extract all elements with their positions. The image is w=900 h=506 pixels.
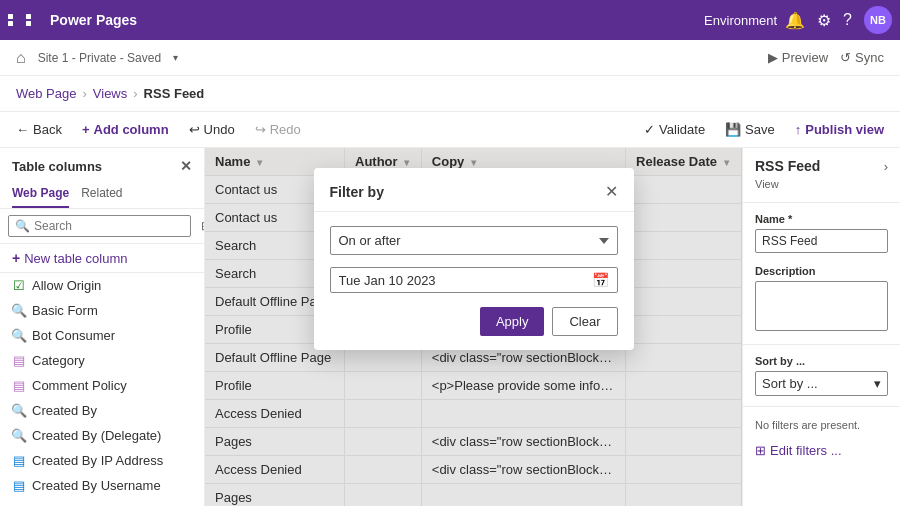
sidebar-item-comment-policy[interactable]: ▤ Comment Policy — [0, 373, 204, 398]
sidebar-item-bot-consumer[interactable]: 🔍 Bot Consumer — [0, 323, 204, 348]
publish-icon: ↑ — [795, 122, 802, 137]
dialog-overlay: Filter by ✕ On or after On or before Equ… — [205, 148, 742, 506]
save-button[interactable]: 💾 Save — [717, 118, 783, 141]
site-chevron-icon[interactable]: ▾ — [173, 52, 178, 63]
second-bar: ⌂ Site 1 - Private - Saved ▾ ▶ Preview ↺… — [0, 40, 900, 76]
name-field: Name * — [743, 207, 900, 259]
sync-icon: ↺ — [840, 50, 851, 65]
dialog-footer: Apply Clear — [330, 307, 618, 336]
no-filters-text: No filters are present. — [743, 411, 900, 439]
main-content: Name ▾ Author ▾ Copy ▾ Release Date ▾ Co… — [205, 148, 742, 506]
redo-button[interactable]: ↪ Redo — [247, 118, 309, 141]
sidebar-item-list: ☑ Allow Origin 🔍 Basic Form 🔍 Bot Consum… — [0, 273, 204, 506]
avatar[interactable]: NB — [864, 6, 892, 34]
sidebar-close-icon[interactable]: ✕ — [180, 158, 192, 174]
right-panel-subtitle: View — [743, 178, 900, 198]
sidebar-item-basic-form[interactable]: 🔍 Basic Form — [0, 298, 204, 323]
edit-filters-button[interactable]: ⊞ Edit filters ... — [743, 439, 900, 462]
text-icon: 🔍 — [12, 329, 26, 343]
filter-dialog: Filter by ✕ On or after On or before Equ… — [314, 168, 634, 350]
sort-by-value: Sort by ... — [762, 376, 818, 391]
search-input[interactable] — [34, 219, 184, 233]
description-field: Description — [743, 259, 900, 340]
undo-icon: ↩ — [189, 122, 200, 137]
right-panel: RSS Feed › View Name * Description Sort … — [742, 148, 900, 506]
site-label: Site 1 - Private - Saved — [38, 51, 161, 65]
sidebar-item-category[interactable]: ▤ Category — [0, 348, 204, 373]
name-field-input[interactable] — [755, 229, 888, 253]
date-input[interactable] — [339, 273, 592, 288]
tab-related[interactable]: Related — [81, 180, 122, 208]
help-icon[interactable]: ? — [843, 11, 852, 29]
breadcrumb-sep-1: › — [82, 86, 86, 101]
sidebar-item-created-by-username[interactable]: ▤ Created By Username — [0, 473, 204, 498]
redo-icon: ↪ — [255, 122, 266, 137]
divider-3 — [743, 406, 900, 407]
breadcrumb-web-page[interactable]: Web Page — [16, 86, 76, 101]
preview-icon: ▶ — [768, 50, 778, 65]
right-panel-chevron-icon[interactable]: › — [884, 159, 888, 174]
sidebar-header: Table columns ✕ — [0, 148, 204, 180]
sort-by-dropdown[interactable]: Sort by ... ▾ — [755, 371, 888, 396]
sort-by-chevron-icon: ▾ — [874, 376, 881, 391]
filter-icon: ⊞ — [755, 443, 766, 458]
divider-2 — [743, 344, 900, 345]
dialog-body: On or after On or before Equals Before A… — [314, 212, 634, 350]
right-panel-header: RSS Feed › — [743, 148, 900, 178]
toolbar: ← Back + Add column ↩ Undo ↪ Redo ✓ Vali… — [0, 112, 900, 148]
sidebar-tabs: Web Page Related — [0, 180, 204, 209]
sidebar-item-created-by-ip[interactable]: ▤ Created By IP Address — [0, 448, 204, 473]
sidebar-title: Table columns — [12, 159, 102, 174]
validate-icon: ✓ — [644, 122, 655, 137]
validate-button[interactable]: ✓ Validate — [636, 118, 713, 141]
add-column-list-button[interactable]: + New table column — [0, 244, 204, 273]
filter-condition-select[interactable]: On or after On or before Equals Before A… — [330, 226, 618, 255]
second-bar-actions: ▶ Preview ↺ Sync — [768, 50, 884, 65]
app-title: Power Pages — [50, 12, 696, 28]
description-field-label: Description — [755, 265, 888, 277]
calendar-icon[interactable]: 📅 — [592, 272, 609, 288]
preview-button[interactable]: ▶ Preview — [768, 50, 828, 65]
apps-icon[interactable] — [8, 14, 42, 26]
comment-icon: ▤ — [12, 379, 26, 393]
text-icon: ▤ — [12, 479, 26, 493]
home-icon[interactable]: ⌂ — [16, 49, 26, 67]
undo-button[interactable]: ↩ Undo — [181, 118, 243, 141]
text-icon: 🔍 — [12, 304, 26, 318]
add-column-button[interactable]: + Add column — [74, 118, 177, 141]
breadcrumb: Web Page › Views › RSS Feed — [0, 76, 900, 112]
dialog-close-button[interactable]: ✕ — [605, 182, 618, 201]
back-icon: ← — [16, 122, 29, 137]
notification-icon[interactable]: 🔔 — [785, 11, 805, 30]
settings-icon[interactable]: ⚙ — [817, 11, 831, 30]
main-layout: Table columns ✕ Web Page Related 🔍 ⊞▾ + … — [0, 148, 900, 506]
right-panel-title: RSS Feed — [755, 158, 820, 174]
top-nav-icons: 🔔 ⚙ ? NB — [785, 6, 892, 34]
date-input-wrapper: 📅 — [330, 267, 618, 293]
apply-button[interactable]: Apply — [480, 307, 545, 336]
sidebar-item-created-by-delegate[interactable]: 🔍 Created By (Delegate) — [0, 423, 204, 448]
breadcrumb-views[interactable]: Views — [93, 86, 127, 101]
sync-button[interactable]: ↺ Sync — [840, 50, 884, 65]
clear-button[interactable]: Clear — [552, 307, 617, 336]
option-icon: ▤ — [12, 354, 26, 368]
env-label: Environment — [704, 13, 777, 28]
dialog-title: Filter by — [330, 184, 384, 200]
left-sidebar: Table columns ✕ Web Page Related 🔍 ⊞▾ + … — [0, 148, 205, 506]
add-icon: + — [12, 250, 20, 266]
sidebar-item-created-by[interactable]: 🔍 Created By — [0, 398, 204, 423]
publish-view-button[interactable]: ↑ Publish view — [787, 118, 892, 141]
sidebar-item-allow-origin[interactable]: ☑ Allow Origin — [0, 273, 204, 298]
description-textarea[interactable] — [755, 281, 888, 331]
sort-by-label: Sort by ... — [755, 355, 888, 367]
back-button[interactable]: ← Back — [8, 118, 70, 141]
filter-icon[interactable]: ⊞▾ — [195, 216, 205, 236]
dialog-header: Filter by ✕ — [314, 168, 634, 212]
lookup-icon: 🔍 — [12, 404, 26, 418]
breadcrumb-sep-2: › — [133, 86, 137, 101]
sidebar-item-created-on[interactable]: ▤ Created On — [0, 498, 204, 506]
search-icon: 🔍 — [15, 219, 30, 233]
tab-web-page[interactable]: Web Page — [12, 180, 69, 208]
name-field-label: Name * — [755, 213, 888, 225]
divider-1 — [743, 202, 900, 203]
